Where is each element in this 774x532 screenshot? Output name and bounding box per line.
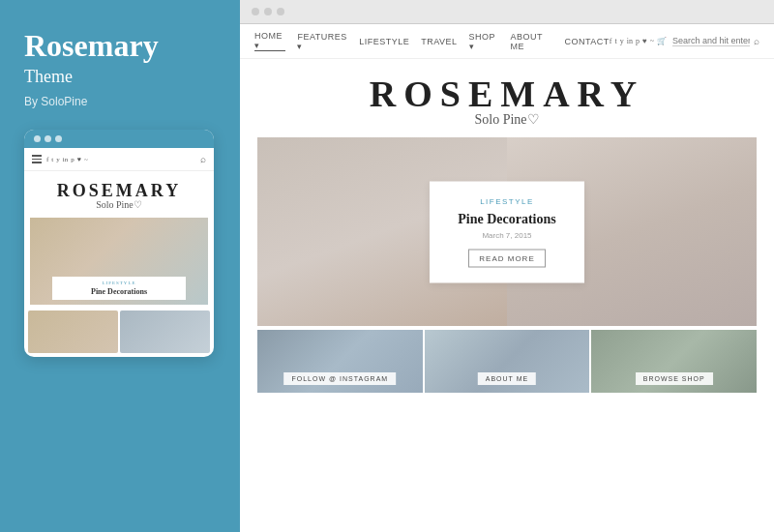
featured-section: LIFESTYLE Pine Decorations March 7, 2015… — [257, 137, 757, 326]
theme-title: Rosemary Theme By SoloPine — [24, 29, 159, 108]
bottom-col-label-1[interactable]: FOLLOW @ INSTAGRAM — [284, 372, 397, 385]
mobile-featured-title: Pine Decorations — [60, 287, 178, 296]
bottom-col-shop: BROWSE SHOP — [591, 330, 757, 393]
social-rss-icon[interactable]: ~ — [650, 37, 654, 45]
mobile-bottom-row — [24, 309, 214, 357]
social-heart-icon[interactable]: ♥ — [642, 37, 647, 45]
desktop-logo-area: ROSEMARY Solo Pine♡ — [240, 59, 774, 137]
browser-chrome — [240, 0, 774, 24]
nav-contact[interactable]: CONTACT — [564, 37, 609, 46]
nav-home[interactable]: HOME ▾ — [254, 31, 285, 51]
search-input[interactable] — [672, 36, 750, 46]
mobile-dot-3 — [55, 135, 62, 142]
mobile-bottom-img-2 — [120, 310, 210, 353]
mobile-featured-card: LIFESTYLE Pine Decorations — [52, 277, 186, 300]
browser-dot-3 — [277, 8, 284, 15]
search-icon[interactable]: ⌕ — [754, 36, 759, 46]
browser-dot-2 — [264, 8, 272, 15]
nav-features[interactable]: FEATURES ▾ — [297, 32, 347, 51]
desktop-nav-right: f t y in p ♥ ~ 🛒 ⌕ — [610, 36, 759, 46]
desktop-nav: HOME ▾ FEATURES ▾ LIFESTYLE TRAVEL SHOP … — [240, 24, 774, 59]
bottom-col-about: ABOUT ME — [425, 330, 590, 393]
bottom-col-instagram: FOLLOW @ INSTAGRAM — [257, 330, 423, 393]
desktop-logo-text: ROSEMARY — [240, 73, 774, 115]
featured-card-date: March 7, 2015 — [449, 230, 565, 239]
desktop-search-box[interactable]: ⌕ — [672, 36, 759, 46]
featured-card-category: LIFESTYLE — [449, 196, 565, 205]
left-panel: Rosemary Theme By SoloPine ftyinp♥~ ⌕ RO… — [0, 0, 240, 532]
mobile-topbar — [24, 130, 214, 148]
social-facebook-icon[interactable]: f — [610, 37, 612, 45]
mobile-nav: ftyinp♥~ ⌕ — [24, 148, 214, 171]
mobile-search-icon[interactable]: ⌕ — [200, 154, 206, 164]
bottom-col-label-2[interactable]: ABOUT ME — [478, 372, 536, 385]
mobile-dot-1 — [34, 135, 41, 142]
nav-travel[interactable]: TRAVEL — [421, 37, 457, 46]
right-panel: HOME ▾ FEATURES ▾ LIFESTYLE TRAVEL SHOP … — [240, 0, 774, 532]
featured-card: LIFESTYLE Pine Decorations March 7, 2015… — [430, 181, 584, 282]
social-cart-icon[interactable]: 🛒 — [657, 37, 667, 45]
social-icons: f t y in p ♥ ~ 🛒 — [610, 37, 667, 45]
mobile-social-icons: ftyinp♥~ — [46, 156, 88, 163]
mobile-featured-category: LIFESTYLE — [60, 281, 178, 285]
featured-card-title: Pine Decorations — [449, 211, 565, 226]
hamburger-icon[interactable] — [32, 155, 42, 163]
desktop-website: HOME ▾ FEATURES ▾ LIFESTYLE TRAVEL SHOP … — [240, 24, 774, 532]
mobile-logo-area: ROSEMARY Solo Pine♡ — [24, 171, 214, 214]
mobile-preview: ftyinp♥~ ⌕ ROSEMARY Solo Pine♡ LIFESTYLE… — [24, 130, 214, 357]
social-twitter-icon[interactable]: t — [614, 37, 616, 45]
read-more-button[interactable]: READ MORE — [468, 249, 545, 267]
browser-dot-1 — [252, 8, 259, 15]
mobile-logo-text: ROSEMARY — [29, 181, 209, 201]
mobile-nav-left: ftyinp♥~ — [32, 155, 88, 163]
social-pinterest-icon[interactable]: p — [636, 37, 640, 45]
nav-lifestyle[interactable]: LIFESTYLE — [359, 37, 409, 46]
desktop-logo-sub: Solo Pine♡ — [240, 111, 774, 128]
desktop-nav-links: HOME ▾ FEATURES ▾ LIFESTYLE TRAVEL SHOP … — [254, 31, 610, 51]
bottom-row: FOLLOW @ INSTAGRAM ABOUT ME BROWSE SHOP — [257, 330, 757, 393]
nav-about[interactable]: ABOUT ME — [511, 32, 553, 51]
social-youtube-icon[interactable]: y — [620, 37, 624, 45]
mobile-bottom-img-1 — [28, 310, 118, 353]
nav-shop[interactable]: SHOP ▾ — [469, 32, 499, 51]
mobile-logo-sub: Solo Pine♡ — [29, 199, 209, 210]
bottom-col-label-3[interactable]: BROWSE SHOP — [636, 372, 713, 385]
mobile-featured-image: LIFESTYLE Pine Decorations — [30, 218, 208, 305]
mobile-dot-2 — [45, 135, 51, 142]
social-instagram-icon[interactable]: in — [627, 37, 633, 45]
